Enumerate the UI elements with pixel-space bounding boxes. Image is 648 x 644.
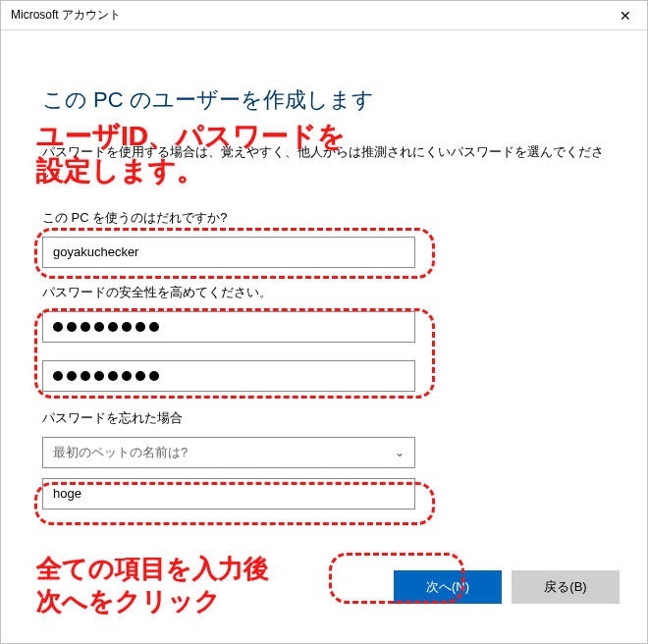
security-question-label: パスワードを忘れた場合 <box>42 409 606 427</box>
page-subtext: パスワードを使用する場合は、覚えやすく、他人からは推測されにくいパスワードを選ん… <box>42 142 606 184</box>
username-input[interactable] <box>42 237 415 268</box>
security-answer-input[interactable] <box>42 478 415 510</box>
close-button[interactable]: ✕ <box>604 1 647 30</box>
button-bar: 次へ(N) 戻る(B) <box>394 570 620 604</box>
window-title: Microsoft アカウント <box>11 7 121 24</box>
password-input[interactable] <box>42 311 415 343</box>
next-button-label: 次へ(N) <box>426 578 469 596</box>
back-button[interactable]: 戻る(B) <box>512 570 620 604</box>
security-question-value: 最初のペットの名前は? <box>53 444 188 461</box>
annotation-text-2: 全ての項目を入力後 次へをクリック <box>36 553 269 617</box>
next-button[interactable]: 次へ(N) <box>394 570 502 604</box>
password-label: パスワードの安全性を高めてください。 <box>42 284 606 301</box>
chevron-down-icon: ⌄ <box>395 446 405 459</box>
security-question-select[interactable]: 最初のペットの名前は? ⌄ <box>42 437 415 468</box>
titlebar: Microsoft アカウント ✕ <box>1 1 647 30</box>
close-icon: ✕ <box>620 8 631 24</box>
content-area: この PC のユーザーを作成します パスワードを使用する場合は、覚えやすく、他人… <box>1 30 647 510</box>
password-confirm-input[interactable] <box>42 360 415 392</box>
dialog-window: Microsoft アカウント ✕ この PC のユーザーを作成します パスワー… <box>0 0 648 644</box>
page-title: この PC のユーザーを作成します <box>42 85 606 115</box>
back-button-label: 戻る(B) <box>544 578 586 596</box>
username-label: この PC を使うのはだれですか? <box>42 209 606 227</box>
